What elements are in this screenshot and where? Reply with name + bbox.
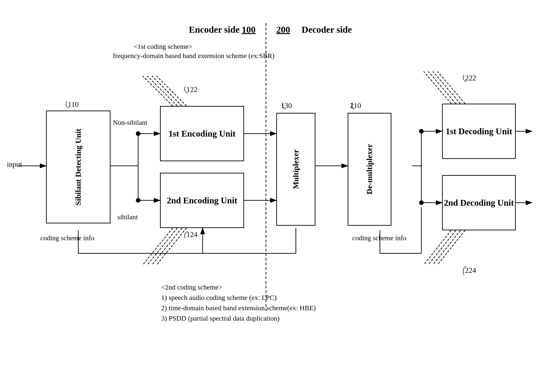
svg-line-29 [143,76,173,106]
sibilant-detecting-unit-label: Sibilant Detecting Unit [74,129,83,205]
decoder-side-label: Decoder side [302,24,352,35]
svg-point-10 [136,198,140,203]
svg-line-39 [433,71,461,104]
svg-point-19 [419,129,424,134]
coding-scheme-2-line3: 3) PSDD (partial spectral data duplicati… [161,314,280,322]
non-sibilant-label: Non-sibilant [113,119,147,126]
svg-line-34 [147,228,177,265]
decoding-unit-1: 1st Decoding Unit [442,104,516,159]
svg-line-41 [424,230,451,265]
svg-line-35 [152,228,182,265]
demultiplexer-label: De-multiplexer [365,144,374,194]
multiplexer: Multiplexer [276,113,315,226]
ref-210-curve [343,100,359,112]
sibilant-label: sibilant [117,213,138,221]
encoder-ref: 100 [242,24,256,35]
encoding-unit-1: 1st Encoding Unit [160,106,244,161]
svg-line-38 [428,71,456,104]
ref-124-curve [178,229,192,241]
ref-130-curve [276,100,290,112]
ref-222-curve [457,73,471,84]
encoding-unit-1-label: 1st Encoding Unit [169,129,236,139]
encoding-unit-2-label: 2nd Encoding Unit [167,195,237,205]
coding-scheme-info-left: coding scheme info [40,233,94,243]
coding-scheme-1-desc: frequency-domain based band extension sc… [113,52,274,60]
input-label: input [7,160,22,168]
ref-110-curve [60,99,74,111]
svg-line-30 [147,76,177,106]
decoding-unit-1-label: 1st Decoding Unit [445,126,512,136]
ref-122-curve [178,84,192,96]
svg-line-33 [143,228,173,265]
coding-scheme-1-label: <1st coding scheme> [134,43,192,51]
coding-scheme-2-label: <2nd coding scheme> [161,283,222,291]
svg-line-42 [428,230,456,265]
svg-line-44 [438,230,465,265]
multiplexer-label: Multiplexer [291,149,300,189]
coding-scheme-info-right: coding scheme info [352,233,406,243]
encoder-side-label: Encoder side [189,24,240,35]
svg-line-31 [152,76,182,106]
svg-point-9 [136,131,140,136]
coding-scheme-2-line2: 2) time-domain based band extension sche… [161,304,316,312]
diagram: input Sibilant Detecting Unit 110 1st En… [0,0,536,392]
decoding-unit-2: 2nd Decoding Unit [442,175,516,230]
ref-224-curve [457,264,471,278]
coding-scheme-2-line1: 1) speech audio coding scheme (ex: LPC) [161,294,277,302]
encoding-unit-2: 2nd Encoding Unit [160,173,244,228]
svg-line-43 [433,230,461,265]
decoder-ref: 200 [276,24,290,35]
decoding-unit-2-label: 2nd Decoding Unit [444,198,514,208]
demultiplexer: De-multiplexer [348,113,391,226]
svg-line-37 [424,71,451,104]
svg-point-20 [419,200,424,205]
sibilant-detecting-unit: Sibilant Detecting Unit [46,111,111,224]
